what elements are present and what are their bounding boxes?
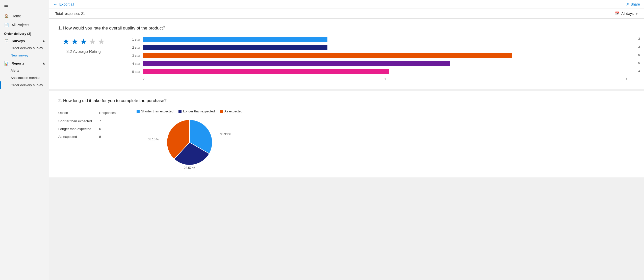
star-2: ★ [71,37,79,46]
cell-option-0: Shorter than expected [58,117,99,125]
reports-section-header[interactable]: 📊 Reports ∧ [0,59,49,67]
star-4: ★ [89,37,96,46]
content-scroll[interactable]: 1. How would you rate the overall qualit… [49,19,644,280]
projects-icon: 📄 [4,22,9,27]
share-button[interactable]: ↗ Share [626,2,640,7]
legend-item-1: Longer than expected [178,109,215,113]
table-row: Shorter than expected 7 [58,117,121,125]
alerts-label: Alerts [11,69,19,72]
question-1-title: 1. How would you rate the overall qualit… [58,26,635,31]
legend-item-0: Shorter than expected [137,109,173,113]
pie-chart-wrapper: 33.33 % 28.57 % 38.10 % [164,117,215,168]
order-delivery-survey-report-label: Order delivery survey [11,83,43,87]
axis-0: 0 [143,77,144,80]
bar-fill-4 [143,69,389,74]
axis-8: 8 [626,77,627,80]
cell-option-2: As expected [58,133,99,141]
cell-option-1: Longer than expected [58,125,99,133]
bar-container-4: 4 [143,69,635,74]
surveys-section-header[interactable]: 📋 Surveys ∧ [0,37,49,44]
star-1: ★ [62,37,70,46]
satisfaction-metrics-label: Satisfaction metrics [11,76,40,80]
bar-fill-2 [143,53,512,58]
sidebar: ☰ 🏠 Home 📄 All Projects Order delivery (… [0,0,49,280]
new-survey-label: New survey [11,53,29,57]
bar-fill-0 [143,37,327,42]
question-2-card: 2. How long did it take for you to compl… [49,91,644,177]
surveys-label: Surveys [12,39,25,43]
bar-value-3: 5 [638,61,640,65]
calendar-icon: 📅 [615,11,620,16]
surveys-chevron-icon: ∧ [43,39,45,43]
all-days-label: All days [621,12,634,16]
q2-table: Option Responses Shorter than expected 7… [58,109,121,141]
q1-content: ★ ★ ★ ★ ★ 3.2 Average Rating 1 star 3 2 … [58,37,635,80]
filter-chevron-icon: ∨ [636,12,638,15]
pie-label-longer: 28.57 % [184,166,195,170]
q2-table-body: Shorter than expected 7 Longer than expe… [58,117,121,141]
sidebar-sub-order-delivery-survey-report[interactable]: Order delivery survey [0,81,49,89]
order-delivery-survey-label: Order delivery survey [11,46,43,50]
pie-chart [164,117,215,168]
pie-section: Shorter than expected Longer than expect… [137,109,242,168]
share-label: Share [631,2,640,6]
bar-container-3: 5 [143,61,635,66]
sidebar-sub-satisfaction-metrics[interactable]: Satisfaction metrics [0,74,49,81]
bar-label-1: 2 star [129,46,140,49]
reports-icon: 📊 [4,61,9,66]
home-icon: 🏠 [4,14,9,18]
pie-legend: Shorter than expected Longer than expect… [137,109,242,113]
legend-label-0: Shorter than expected [141,109,173,113]
bar-container-2: 6 [143,53,635,58]
hamburger-icon: ☰ [4,4,8,9]
bar-value-2: 6 [638,53,640,57]
star-5: ★ [98,37,105,46]
bar-label-3: 4 star [129,62,140,66]
bar-fill-3 [143,61,450,66]
table-row: As expected 8 [58,133,121,141]
legend-item-2: As expected [220,109,243,113]
sidebar-item-home[interactable]: 🏠 Home [0,12,49,20]
legend-dot-0 [137,110,140,113]
sidebar-sub-order-delivery-survey[interactable]: Order delivery survey [0,44,49,52]
bar-value-0: 3 [638,37,640,41]
bar-value-1: 3 [638,45,640,49]
bar-row: 4 star 5 [129,61,635,66]
bar-row: 2 star 3 [129,45,635,50]
hamburger-menu[interactable]: ☰ [0,2,49,12]
main-content: ↔ Export all ↗ Share Total responses 21 … [49,0,644,280]
sidebar-item-all-projects[interactable]: 📄 All Projects [0,20,49,29]
pie-label-shorter: 33.33 % [220,133,231,136]
surveys-icon: 📋 [4,39,9,43]
sidebar-item-home-label: Home [12,14,21,18]
stars-display: ★ ★ ★ ★ ★ [62,37,105,46]
legend-label-1: Longer than expected [183,109,215,113]
bar-label-2: 3 star [129,54,140,57]
sidebar-sub-new-survey[interactable]: New survey [0,52,49,59]
bar-row: 5 star 4 [129,69,635,74]
sidebar-sub-alerts[interactable]: Alerts [0,67,49,74]
filter-bar: Total responses 21 📅 All days ∨ ✕ [49,9,644,19]
legend-dot-2 [220,110,223,113]
bar-axis: 0 4 8 [143,77,635,80]
export-all-button[interactable]: ↔ Export all [53,2,74,7]
total-responses: Total responses 21 [55,12,85,16]
avg-rating-label: 3.2 Average Rating [66,49,101,54]
topbar: ↔ Export all ↗ Share [49,0,644,9]
col-responses: Responses [99,109,121,117]
export-all-label: Export all [59,2,74,6]
reports-label: Reports [12,61,24,65]
legend-dot-1 [178,110,182,113]
all-days-filter[interactable]: 📅 All days ∨ [615,11,638,16]
bar-row: 1 star 3 [129,37,635,42]
cell-responses-0: 7 [99,117,121,125]
legend-label-2: As expected [224,109,243,113]
bar-label-0: 1 star [129,38,140,41]
bar-label-4: 5 star [129,70,140,74]
question-1-card: 1. How would you rate the overall qualit… [49,19,644,89]
bar-container-1: 3 [143,45,635,50]
cell-responses-1: 6 [99,125,121,133]
table-row: Longer than expected 6 [58,125,121,133]
q2-content: Option Responses Shorter than expected 7… [58,109,635,168]
bar-value-4: 4 [638,69,640,73]
